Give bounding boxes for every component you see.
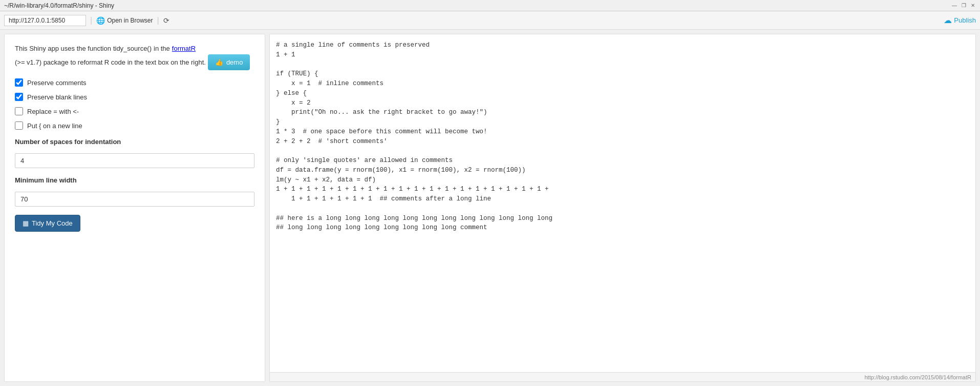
close-button[interactable]: ✕ xyxy=(970,3,976,9)
indentation-section: Number of spaces for indentation xyxy=(15,138,254,168)
desc-part2: in the xyxy=(154,45,170,52)
main-content: This Shiny app uses the function tidy_so… xyxy=(0,30,980,386)
preserve-blank-lines-label: Preserve blank lines xyxy=(27,93,87,101)
titlebar-title: ~/R/win-library/4.0/formatR/shiny - Shin… xyxy=(4,2,114,9)
preserve-blank-lines-checkbox[interactable]: Preserve blank lines xyxy=(15,93,254,101)
desc-part1: This Shiny app uses the function xyxy=(15,45,111,52)
replace-equals-input[interactable] xyxy=(15,107,23,115)
line-width-section: Minimum line width xyxy=(15,176,254,207)
code-editor[interactable]: # a single line of comments is preserved… xyxy=(270,34,975,372)
line-width-label: Minimum line width xyxy=(15,176,254,184)
titlebar-controls: — ❐ ✕ xyxy=(951,3,976,9)
browser-toolbar: http://127.0.0.1:5850 | 🌐 Open in Browse… xyxy=(0,11,980,30)
put-brace-label: Put { on a new line xyxy=(27,122,82,130)
description: This Shiny app uses the function tidy_so… xyxy=(15,45,254,70)
desc-code: tidy_source() xyxy=(113,45,152,52)
minimize-button[interactable]: — xyxy=(951,3,957,9)
line-width-input[interactable] xyxy=(15,192,254,207)
maximize-button[interactable]: ❐ xyxy=(961,3,967,9)
replace-equals-label: Replace = with <- xyxy=(27,108,79,115)
status-bar: http://blog.rstudio.com/2015/08/14/forma… xyxy=(270,372,975,381)
indentation-label: Number of spaces for indentation xyxy=(15,138,254,146)
publish-icon: ☁ xyxy=(944,15,952,25)
address-bar[interactable]: http://127.0.0.1:5850 xyxy=(4,15,86,26)
separator2: | xyxy=(157,16,159,25)
grid-icon: ▦ xyxy=(23,219,29,227)
checkbox-group: Preserve comments Preserve blank lines R… xyxy=(15,78,254,130)
preserve-blank-lines-input[interactable] xyxy=(15,93,23,101)
thumbs-up-icon: 👍 xyxy=(215,58,223,66)
desc-part3: (>= v1.7) package to reformat R code in … xyxy=(15,58,206,66)
preserve-comments-label: Preserve comments xyxy=(27,79,87,87)
replace-equals-checkbox[interactable]: Replace = with <- xyxy=(15,107,254,115)
indentation-input[interactable] xyxy=(15,153,254,168)
separator: | xyxy=(90,16,92,25)
browser-icon: 🌐 xyxy=(96,16,105,25)
preserve-comments-checkbox[interactable]: Preserve comments xyxy=(15,78,254,87)
format-r-link[interactable]: formatR xyxy=(172,45,196,52)
refresh-button[interactable]: ⟳ xyxy=(163,16,169,25)
publish-button[interactable]: ☁ Publish xyxy=(944,15,976,25)
right-panel: # a single line of comments is preserved… xyxy=(269,34,976,382)
status-url: http://blog.rstudio.com/2015/08/14/forma… xyxy=(864,374,971,380)
put-brace-input[interactable] xyxy=(15,121,23,130)
demo-button[interactable]: 👍 demo xyxy=(208,54,250,70)
open-in-browser-button[interactable]: 🌐 Open in Browser xyxy=(96,16,153,25)
put-brace-checkbox[interactable]: Put { on a new line xyxy=(15,121,254,130)
tidy-my-code-button[interactable]: ▦ Tidy My Code xyxy=(15,215,80,232)
preserve-comments-input[interactable] xyxy=(15,78,23,87)
left-panel: This Shiny app uses the function tidy_so… xyxy=(4,34,265,382)
titlebar: ~/R/win-library/4.0/formatR/shiny - Shin… xyxy=(0,0,980,11)
